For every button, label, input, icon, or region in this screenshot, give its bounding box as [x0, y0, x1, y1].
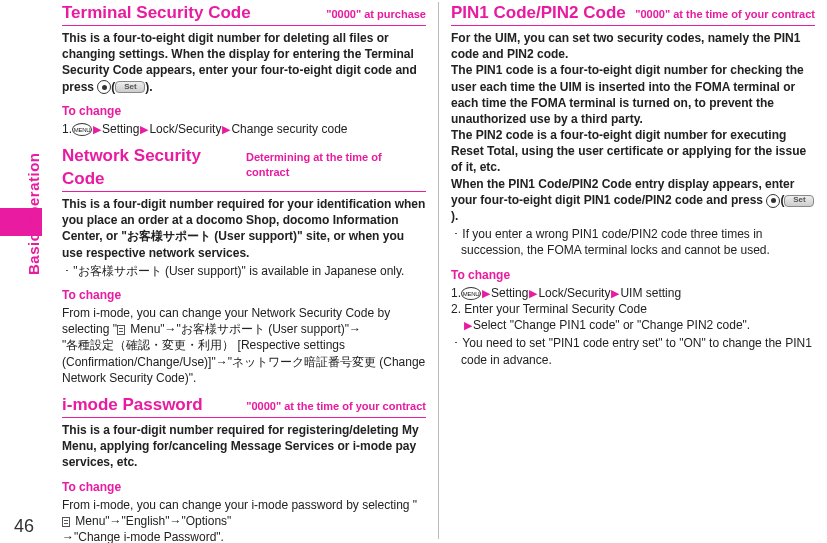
change-text: From i-mode, you can change your i-mode …	[62, 497, 426, 529]
left-column: Terminal Security Code "0000" at purchas…	[62, 2, 438, 539]
side-tab-label: Basic Operation	[25, 152, 42, 275]
section-subtitle: "0000" at purchase	[326, 7, 426, 22]
section-body: For the UIM, you can set two security co…	[451, 30, 815, 62]
section-subtitle: Determining at the time of contract	[246, 150, 426, 180]
arrow-icon: ▶	[528, 287, 538, 299]
section-subtitle: "0000" at the time of your contract	[246, 399, 426, 414]
section-body: The PIN1 code is a four-to-eight digit n…	[451, 62, 815, 127]
section-body: This is a four-to-eight digit number for…	[62, 30, 426, 95]
set-button-icon: Set	[784, 195, 814, 207]
arrow-icon: ▶	[610, 287, 620, 299]
change-step: 2. Enter your Terminal Security Code	[451, 301, 815, 317]
arrow-icon: ▶	[463, 319, 473, 331]
to-change-heading: To change	[62, 287, 426, 303]
content: Terminal Security Code "0000" at purchas…	[62, 2, 819, 539]
to-change-heading: To change	[62, 479, 426, 495]
side-tab: Basic Operation	[0, 170, 42, 380]
section-body: The PIN2 code is a four-to-eight digit n…	[451, 127, 815, 176]
section-subtitle: "0000" at the time of your contract	[635, 7, 815, 22]
arrow-icon: ▶	[221, 123, 231, 135]
imenu-icon	[62, 517, 70, 527]
arrow-icon: ▶	[481, 287, 491, 299]
section-network-security-code: Network Security Code Determining at the…	[62, 145, 426, 192]
to-change-heading: To change	[62, 103, 426, 119]
section-title: PIN1 Code/PIN2 Code	[451, 2, 626, 25]
section-body: When the PIN1 Code/PIN2 Code entry displ…	[451, 176, 815, 225]
menu-button-icon: MENU	[72, 123, 92, 136]
change-step: 1.MENU▶Setting▶Lock/Security▶Change secu…	[62, 121, 426, 137]
change-text: "各種設定（確認・変更・利用） [Respective settings (Co…	[62, 337, 426, 386]
to-change-heading: To change	[451, 267, 815, 283]
page-number: 46	[14, 516, 34, 537]
arrow-icon: ▶	[92, 123, 102, 135]
menu-button-icon: MENU	[461, 287, 481, 300]
section-title: i-mode Password	[62, 394, 203, 417]
section-body: This is a four-digit number required for…	[62, 422, 426, 471]
imenu-icon	[117, 325, 125, 335]
change-text: From i-mode, you can change your Network…	[62, 305, 426, 337]
center-key-icon	[97, 80, 111, 94]
change-step: ▶Select "Change PIN1 code" or "Change PI…	[451, 317, 815, 333]
section-terminal-security-code: Terminal Security Code "0000" at purchas…	[62, 2, 426, 26]
section-note: ･ If you enter a wrong PIN1 code/PIN2 co…	[451, 226, 815, 258]
section-title: Network Security Code	[62, 145, 246, 191]
right-column: PIN1 Code/PIN2 Code "0000" at the time o…	[438, 2, 819, 539]
section-body: This is a four-digit number required for…	[62, 196, 426, 261]
change-note: ･ You need to set "PIN1 code entry set" …	[451, 335, 815, 367]
arrow-icon: ▶	[139, 123, 149, 135]
section-note: ･ "お客様サポート (User support)" is available …	[62, 263, 426, 279]
section-imode-password: i-mode Password "0000" at the time of yo…	[62, 394, 426, 418]
set-button-icon: Set	[115, 81, 145, 93]
change-text: →"Change i-mode Password".	[62, 529, 426, 543]
change-step: 1.MENU▶Setting▶Lock/Security▶UIM setting	[451, 285, 815, 301]
section-pin-code: PIN1 Code/PIN2 Code "0000" at the time o…	[451, 2, 815, 26]
center-key-icon	[766, 194, 780, 208]
section-title: Terminal Security Code	[62, 2, 251, 25]
